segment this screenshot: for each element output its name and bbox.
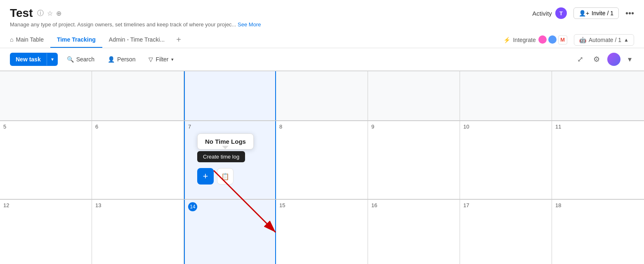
- invite-label: Invite / 1: [592, 10, 613, 16]
- edit-time-log-button[interactable]: 📋: [217, 168, 234, 185]
- invite-button[interactable]: 👤+ Invite / 1: [573, 7, 619, 19]
- tab-time-tracking[interactable]: Time Tracking: [50, 32, 102, 48]
- date-18: 18: [555, 202, 561, 208]
- integrate-label: Integrate: [513, 37, 535, 43]
- date-11: 11: [555, 124, 561, 130]
- new-task-dropdown-arrow[interactable]: ▾: [47, 53, 58, 65]
- integration-dot-m: M: [558, 35, 567, 44]
- person-label: Person: [117, 56, 135, 63]
- person-button[interactable]: 👤 Person: [104, 54, 139, 65]
- cell-9[interactable]: 9: [368, 121, 460, 199]
- create-log-text: Create time log: [203, 154, 239, 160]
- cell-15[interactable]: 15: [276, 200, 368, 264]
- top-cell-5: [368, 71, 460, 121]
- see-more-link[interactable]: See More: [238, 21, 261, 28]
- home-icon: ⌂: [10, 36, 13, 43]
- cell-16[interactable]: 16: [368, 200, 460, 264]
- add-tab-button[interactable]: +: [171, 32, 186, 48]
- star-icon[interactable]: ☆: [47, 9, 53, 17]
- date-10: 10: [463, 124, 469, 130]
- new-task-label: New task: [10, 53, 47, 66]
- tab-admin-time[interactable]: Admin - Time Tracki...: [102, 32, 171, 48]
- user-avatar[interactable]: [607, 53, 620, 66]
- date-13: 13: [95, 202, 101, 208]
- cell-8[interactable]: 8: [276, 121, 368, 199]
- edit-icon: 📋: [221, 173, 229, 180]
- search-label: Search: [76, 56, 94, 63]
- filter-label: Filter: [156, 56, 168, 63]
- add-time-log-button[interactable]: +: [197, 168, 214, 185]
- invite-icon: 👤+: [579, 10, 589, 16]
- new-task-button[interactable]: New task ▾: [10, 53, 58, 66]
- cell-13[interactable]: 13: [92, 200, 184, 264]
- avatar: T: [555, 7, 567, 19]
- cell-10[interactable]: 10: [460, 121, 552, 199]
- create-time-log-tooltip: Create time log: [197, 151, 245, 162]
- page-title: Test: [10, 7, 33, 20]
- activity-area: Activity T: [532, 7, 567, 19]
- top-cell-7: [552, 71, 644, 121]
- top-cell-1: [0, 71, 92, 121]
- top-cell-3: [184, 71, 276, 121]
- calendar: 5 6 7 No Time Logs Create time log +: [0, 71, 644, 264]
- action-buttons: + 📋: [197, 168, 234, 185]
- top-cell-4: [276, 71, 368, 121]
- tab-bar: ⌂ Main Table Time Tracking Admin - Time …: [10, 32, 186, 48]
- filter-icon: ▽: [149, 56, 153, 63]
- integration-dot-blue: [548, 35, 557, 44]
- cell-6[interactable]: 6: [92, 121, 184, 199]
- integrate-icon: ⚡: [503, 37, 510, 43]
- date-17: 17: [463, 202, 469, 208]
- calendar-row-2: 12 13 14 15 16 17 18: [0, 199, 644, 264]
- date-14: 14: [188, 202, 197, 211]
- date-8: 8: [279, 124, 282, 130]
- info-icon[interactable]: ⓘ: [37, 9, 44, 18]
- avatar-dropdown-button[interactable]: ▾: [625, 52, 634, 66]
- date-12: 12: [3, 202, 9, 208]
- search-button[interactable]: 🔍 Search: [63, 54, 99, 65]
- cell-18[interactable]: 18: [552, 200, 644, 264]
- automate-label: Automate / 1: [589, 37, 621, 43]
- search-icon: 🔍: [67, 56, 74, 63]
- tooltip-container: No Time Logs Create time log + 📋: [197, 133, 254, 185]
- integration-dot-pink: [538, 35, 547, 44]
- cell-5[interactable]: 5: [0, 121, 92, 199]
- date-5: 5: [3, 124, 6, 130]
- share-icon[interactable]: ⊕: [56, 9, 61, 17]
- tab-main-table[interactable]: ⌂ Main Table: [10, 32, 50, 48]
- filter-chevron-icon: ▾: [171, 57, 174, 62]
- more-button[interactable]: •••: [625, 9, 634, 18]
- automate-icon: 🤖: [579, 37, 586, 43]
- date-15: 15: [279, 202, 285, 208]
- toolbar: New task ▾ 🔍 Search 👤 Person ▽ Filter ▾ …: [0, 48, 644, 71]
- filter-button[interactable]: ▽ Filter ▾: [144, 54, 177, 65]
- cell-14[interactable]: 14: [184, 200, 276, 264]
- chevron-up-icon: ▲: [624, 37, 629, 43]
- cell-17[interactable]: 17: [460, 200, 552, 264]
- cell-7[interactable]: 7 No Time Logs Create time log + 📋: [184, 121, 276, 199]
- top-cell-6: [460, 71, 552, 121]
- calendar-row-1: 5 6 7 No Time Logs Create time log +: [0, 121, 644, 199]
- integrate-button[interactable]: ⚡ Integrate M: [503, 35, 567, 44]
- cell-12[interactable]: 12: [0, 200, 92, 264]
- top-cell-2: [92, 71, 184, 121]
- date-16: 16: [371, 202, 377, 208]
- no-time-logs-tooltip: No Time Logs: [197, 133, 254, 150]
- activity-label: Activity: [532, 10, 552, 17]
- settings-button[interactable]: ⚙: [591, 52, 602, 66]
- date-9: 9: [371, 124, 374, 130]
- tooltip-text: No Time Logs: [205, 138, 246, 145]
- expand-button[interactable]: ⤢: [575, 52, 586, 66]
- date-6: 6: [95, 124, 98, 130]
- subtitle: Manage any type of project. Assign owner…: [10, 21, 634, 28]
- person-icon: 👤: [108, 56, 115, 63]
- calendar-top-row: [0, 71, 644, 121]
- cell-11[interactable]: 11: [552, 121, 644, 199]
- automate-button[interactable]: 🤖 Automate / 1 ▲: [574, 34, 634, 46]
- date-7: 7: [188, 124, 191, 130]
